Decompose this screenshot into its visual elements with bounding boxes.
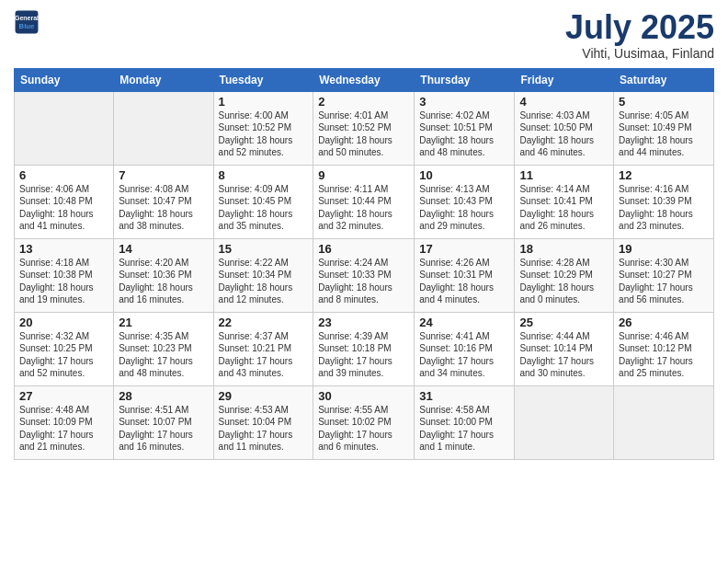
day-info: Sunrise: 4:28 AM Sunset: 10:29 PM Daylig… <box>519 257 609 306</box>
week-row-4: 20Sunrise: 4:32 AM Sunset: 10:25 PM Dayl… <box>15 312 714 385</box>
day-number: 25 <box>519 316 609 329</box>
day-info: Sunrise: 4:06 AM Sunset: 10:48 PM Daylig… <box>19 183 108 233</box>
day-number: 31 <box>419 389 509 403</box>
day-cell: 15Sunrise: 4:22 AM Sunset: 10:34 PM Dayl… <box>213 238 313 312</box>
day-number: 3 <box>419 95 509 109</box>
day-cell: 8Sunrise: 4:09 AM Sunset: 10:45 PM Dayli… <box>213 165 313 238</box>
day-number: 27 <box>19 389 108 403</box>
col-header-sunday: Sunday <box>15 68 114 91</box>
day-info: Sunrise: 4:02 AM Sunset: 10:51 PM Daylig… <box>419 109 509 159</box>
day-number: 15 <box>219 242 309 256</box>
logo-icon: General Blue <box>14 9 40 35</box>
month-title: July 2025 <box>565 9 714 46</box>
day-info: Sunrise: 4:01 AM Sunset: 10:52 PM Daylig… <box>318 109 409 159</box>
day-cell: 6Sunrise: 4:06 AM Sunset: 10:48 PM Dayli… <box>15 165 114 238</box>
day-cell: 25Sunrise: 4:44 AM Sunset: 10:14 PM Dayl… <box>515 312 614 385</box>
day-number: 19 <box>619 242 709 256</box>
day-number: 18 <box>519 242 609 256</box>
week-row-1: 1Sunrise: 4:00 AM Sunset: 10:52 PM Dayli… <box>15 91 714 165</box>
day-cell <box>614 385 714 459</box>
day-number: 6 <box>19 168 108 182</box>
col-header-saturday: Saturday <box>614 68 714 91</box>
day-cell: 4Sunrise: 4:03 AM Sunset: 10:50 PM Dayli… <box>515 91 614 165</box>
day-number: 12 <box>619 168 709 182</box>
day-number: 14 <box>119 242 208 256</box>
day-cell: 24Sunrise: 4:41 AM Sunset: 10:16 PM Dayl… <box>415 312 515 385</box>
day-number: 16 <box>318 242 409 256</box>
day-cell <box>15 91 114 165</box>
calendar-table: SundayMondayTuesdayWednesdayThursdayFrid… <box>14 68 714 460</box>
col-header-friday: Friday <box>515 68 614 91</box>
day-info: Sunrise: 4:20 AM Sunset: 10:36 PM Daylig… <box>119 257 208 306</box>
day-info: Sunrise: 4:46 AM Sunset: 10:12 PM Daylig… <box>619 330 709 380</box>
day-cell: 28Sunrise: 4:51 AM Sunset: 10:07 PM Dayl… <box>114 385 213 459</box>
day-info: Sunrise: 4:32 AM Sunset: 10:25 PM Daylig… <box>19 330 108 380</box>
day-cell: 23Sunrise: 4:39 AM Sunset: 10:18 PM Dayl… <box>313 312 415 385</box>
day-number: 17 <box>419 242 509 256</box>
col-header-wednesday: Wednesday <box>313 68 415 91</box>
title-block: July 2025 Vihti, Uusimaa, Finland <box>565 9 714 61</box>
day-cell: 2Sunrise: 4:01 AM Sunset: 10:52 PM Dayli… <box>313 91 415 165</box>
day-info: Sunrise: 4:03 AM Sunset: 10:50 PM Daylig… <box>519 109 609 159</box>
day-cell: 30Sunrise: 4:55 AM Sunset: 10:02 PM Dayl… <box>313 385 415 459</box>
day-cell: 31Sunrise: 4:58 AM Sunset: 10:00 PM Dayl… <box>415 385 515 459</box>
day-cell: 14Sunrise: 4:20 AM Sunset: 10:36 PM Dayl… <box>114 238 213 312</box>
day-cell: 13Sunrise: 4:18 AM Sunset: 10:38 PM Dayl… <box>15 238 114 312</box>
svg-text:General: General <box>15 15 39 21</box>
day-cell: 10Sunrise: 4:13 AM Sunset: 10:43 PM Dayl… <box>415 165 515 238</box>
logo: General Blue <box>14 9 41 35</box>
day-number: 30 <box>318 389 409 403</box>
week-row-5: 27Sunrise: 4:48 AM Sunset: 10:09 PM Dayl… <box>15 385 714 459</box>
day-number: 11 <box>519 168 609 182</box>
header: General Blue July 2025 Vihti, Uusimaa, F… <box>14 9 714 61</box>
day-cell: 29Sunrise: 4:53 AM Sunset: 10:04 PM Dayl… <box>213 385 313 459</box>
day-info: Sunrise: 4:16 AM Sunset: 10:39 PM Daylig… <box>619 183 709 233</box>
day-number: 7 <box>119 168 208 182</box>
day-info: Sunrise: 4:44 AM Sunset: 10:14 PM Daylig… <box>519 330 609 380</box>
day-cell: 5Sunrise: 4:05 AM Sunset: 10:49 PM Dayli… <box>614 91 714 165</box>
day-cell: 17Sunrise: 4:26 AM Sunset: 10:31 PM Dayl… <box>415 238 515 312</box>
day-info: Sunrise: 4:48 AM Sunset: 10:09 PM Daylig… <box>19 404 108 454</box>
location: Vihti, Uusimaa, Finland <box>565 46 714 61</box>
day-info: Sunrise: 4:55 AM Sunset: 10:02 PM Daylig… <box>318 404 409 454</box>
day-number: 23 <box>318 316 409 329</box>
week-row-3: 13Sunrise: 4:18 AM Sunset: 10:38 PM Dayl… <box>15 238 714 312</box>
day-number: 10 <box>419 168 509 182</box>
day-cell <box>515 385 614 459</box>
day-info: Sunrise: 4:11 AM Sunset: 10:44 PM Daylig… <box>318 183 409 233</box>
day-info: Sunrise: 4:00 AM Sunset: 10:52 PM Daylig… <box>219 109 309 159</box>
header-row: SundayMondayTuesdayWednesdayThursdayFrid… <box>15 68 714 91</box>
day-info: Sunrise: 4:39 AM Sunset: 10:18 PM Daylig… <box>318 330 409 380</box>
day-number: 5 <box>619 95 709 109</box>
week-row-2: 6Sunrise: 4:06 AM Sunset: 10:48 PM Dayli… <box>15 165 714 238</box>
day-cell: 3Sunrise: 4:02 AM Sunset: 10:51 PM Dayli… <box>415 91 515 165</box>
day-cell: 1Sunrise: 4:00 AM Sunset: 10:52 PM Dayli… <box>213 91 313 165</box>
day-info: Sunrise: 4:09 AM Sunset: 10:45 PM Daylig… <box>219 183 309 233</box>
day-cell: 19Sunrise: 4:30 AM Sunset: 10:27 PM Dayl… <box>614 238 714 312</box>
day-info: Sunrise: 4:41 AM Sunset: 10:16 PM Daylig… <box>419 330 509 380</box>
day-info: Sunrise: 4:24 AM Sunset: 10:33 PM Daylig… <box>318 257 409 306</box>
day-cell: 26Sunrise: 4:46 AM Sunset: 10:12 PM Dayl… <box>614 312 714 385</box>
day-info: Sunrise: 4:26 AM Sunset: 10:31 PM Daylig… <box>419 257 509 306</box>
day-number: 9 <box>318 168 409 182</box>
col-header-monday: Monday <box>114 68 213 91</box>
day-number: 4 <box>519 95 609 109</box>
day-info: Sunrise: 4:30 AM Sunset: 10:27 PM Daylig… <box>619 257 709 306</box>
day-number: 2 <box>318 95 409 109</box>
day-number: 21 <box>119 316 208 329</box>
svg-text:Blue: Blue <box>19 22 36 30</box>
day-number: 1 <box>219 95 309 109</box>
calendar-page: General Blue July 2025 Vihti, Uusimaa, F… <box>0 0 728 563</box>
day-cell: 22Sunrise: 4:37 AM Sunset: 10:21 PM Dayl… <box>213 312 313 385</box>
day-cell: 18Sunrise: 4:28 AM Sunset: 10:29 PM Dayl… <box>515 238 614 312</box>
day-cell: 12Sunrise: 4:16 AM Sunset: 10:39 PM Dayl… <box>614 165 714 238</box>
day-number: 8 <box>219 168 309 182</box>
day-info: Sunrise: 4:51 AM Sunset: 10:07 PM Daylig… <box>119 404 208 454</box>
day-cell: 21Sunrise: 4:35 AM Sunset: 10:23 PM Dayl… <box>114 312 213 385</box>
day-info: Sunrise: 4:22 AM Sunset: 10:34 PM Daylig… <box>219 257 309 306</box>
day-info: Sunrise: 4:08 AM Sunset: 10:47 PM Daylig… <box>119 183 208 233</box>
day-number: 28 <box>119 389 208 403</box>
day-cell: 20Sunrise: 4:32 AM Sunset: 10:25 PM Dayl… <box>15 312 114 385</box>
col-header-thursday: Thursday <box>415 68 515 91</box>
day-cell: 9Sunrise: 4:11 AM Sunset: 10:44 PM Dayli… <box>313 165 415 238</box>
